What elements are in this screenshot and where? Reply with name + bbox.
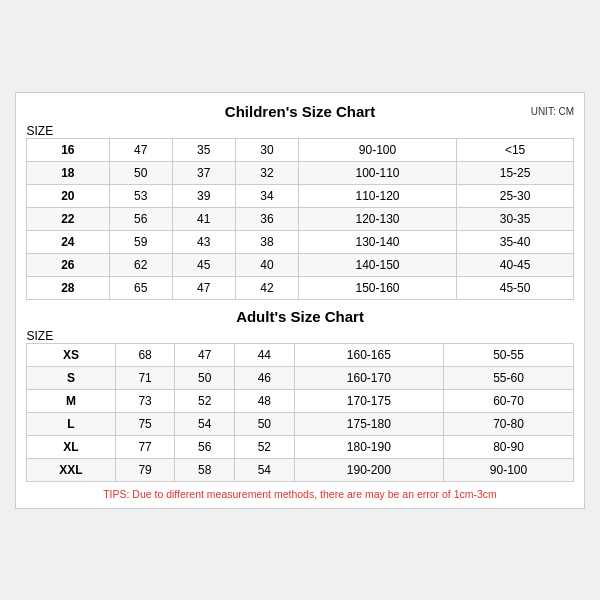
- table-cell: 100-110: [298, 161, 456, 184]
- table-cell: 60-70: [444, 389, 574, 412]
- table-cell: 90-100: [444, 458, 574, 481]
- table-row: 24594338130-14035-40: [27, 230, 574, 253]
- table-cell: 36: [235, 207, 298, 230]
- table-row: S715046160-17055-60: [27, 366, 574, 389]
- table-cell: 50: [175, 366, 235, 389]
- table-cell: S: [27, 366, 116, 389]
- table-cell: 46: [235, 366, 295, 389]
- table-cell: 52: [175, 389, 235, 412]
- table-cell: 22: [27, 207, 110, 230]
- table-cell: 140-150: [298, 253, 456, 276]
- table-cell: 150-160: [298, 276, 456, 299]
- table-cell: 160-165: [294, 343, 443, 366]
- table-cell: 120-130: [298, 207, 456, 230]
- table-cell: 75: [115, 412, 175, 435]
- table-cell: 160-170: [294, 366, 443, 389]
- table-row: 20533934110-12025-30: [27, 184, 574, 207]
- table-cell: 30: [235, 138, 298, 161]
- table-cell: 37: [172, 161, 235, 184]
- table-cell: 45: [172, 253, 235, 276]
- table-cell: 43: [172, 230, 235, 253]
- table-cell: 50: [235, 412, 295, 435]
- table-cell: XXL: [27, 458, 116, 481]
- table-cell: 35: [172, 138, 235, 161]
- table-cell: XL: [27, 435, 116, 458]
- table-cell: 34: [235, 184, 298, 207]
- adult-section: Adult's Size Chart SIZE XS684744160-1655…: [26, 308, 574, 482]
- table-cell: 24: [27, 230, 110, 253]
- table-cell: 42: [235, 276, 298, 299]
- table-cell: 40-45: [457, 253, 574, 276]
- table-cell: 45-50: [457, 276, 574, 299]
- table-cell: 56: [175, 435, 235, 458]
- table-cell: 41: [172, 207, 235, 230]
- adult-title: Adult's Size Chart: [236, 308, 364, 325]
- table-cell: 25-30: [457, 184, 574, 207]
- chart-container: Children's Size Chart UNIT: CM SIZE 1647…: [15, 92, 585, 509]
- table-cell: 47: [109, 138, 172, 161]
- children-table: SIZE 1647353090-100<1518503732100-11015-…: [26, 124, 574, 300]
- table-cell: 28: [27, 276, 110, 299]
- table-cell: 110-120: [298, 184, 456, 207]
- table-cell: 16: [27, 138, 110, 161]
- table-cell: <15: [457, 138, 574, 161]
- table-cell: 90-100: [298, 138, 456, 161]
- table-cell: 54: [175, 412, 235, 435]
- table-cell: 20: [27, 184, 110, 207]
- table-cell: XS: [27, 343, 116, 366]
- table-row: 28654742150-16045-50: [27, 276, 574, 299]
- adult-table: SIZE XS684744160-16550-55S715046160-1705…: [26, 329, 574, 482]
- table-cell: 47: [172, 276, 235, 299]
- table-cell: 170-175: [294, 389, 443, 412]
- table-row: 18503732100-11015-25: [27, 161, 574, 184]
- table-row: XS684744160-16550-55: [27, 343, 574, 366]
- unit-label: UNIT: CM: [531, 106, 574, 117]
- table-cell: 73: [115, 389, 175, 412]
- table-cell: 50-55: [444, 343, 574, 366]
- table-cell: 30-35: [457, 207, 574, 230]
- table-cell: 18: [27, 161, 110, 184]
- table-cell: 65: [109, 276, 172, 299]
- table-cell: 71: [115, 366, 175, 389]
- table-cell: 53: [109, 184, 172, 207]
- table-cell: 48: [235, 389, 295, 412]
- table-cell: 180-190: [294, 435, 443, 458]
- table-cell: 52: [235, 435, 295, 458]
- table-row: M735248170-17560-70: [27, 389, 574, 412]
- table-cell: 32: [235, 161, 298, 184]
- table-cell: 56: [109, 207, 172, 230]
- table-cell: 62: [109, 253, 172, 276]
- table-cell: 77: [115, 435, 175, 458]
- table-cell: 35-40: [457, 230, 574, 253]
- table-row: 26624540140-15040-45: [27, 253, 574, 276]
- tips-row: TIPS: Due to different measurement metho…: [26, 488, 574, 500]
- adult-header-row: SIZE: [27, 329, 574, 344]
- table-cell: 26: [27, 253, 110, 276]
- table-cell: 130-140: [298, 230, 456, 253]
- children-title: Children's Size Chart: [225, 103, 375, 120]
- table-row: XXL795854190-20090-100: [27, 458, 574, 481]
- table-cell: 59: [109, 230, 172, 253]
- table-cell: 39: [172, 184, 235, 207]
- table-cell: 15-25: [457, 161, 574, 184]
- table-cell: 38: [235, 230, 298, 253]
- table-cell: 70-80: [444, 412, 574, 435]
- children-header-row: SIZE: [27, 124, 574, 139]
- table-cell: 40: [235, 253, 298, 276]
- table-row: L755450175-18070-80: [27, 412, 574, 435]
- tips-text: TIPS: Due to different measurement metho…: [103, 488, 497, 500]
- table-cell: 190-200: [294, 458, 443, 481]
- table-cell: 55-60: [444, 366, 574, 389]
- children-title-row: Children's Size Chart UNIT: CM: [26, 103, 574, 120]
- adult-title-row: Adult's Size Chart: [26, 308, 574, 325]
- table-row: XL775652180-19080-90: [27, 435, 574, 458]
- table-cell: 47: [175, 343, 235, 366]
- table-cell: 80-90: [444, 435, 574, 458]
- table-cell: 58: [175, 458, 235, 481]
- table-cell: L: [27, 412, 116, 435]
- table-row: 1647353090-100<15: [27, 138, 574, 161]
- table-cell: 54: [235, 458, 295, 481]
- table-cell: 44: [235, 343, 295, 366]
- table-cell: 79: [115, 458, 175, 481]
- table-cell: M: [27, 389, 116, 412]
